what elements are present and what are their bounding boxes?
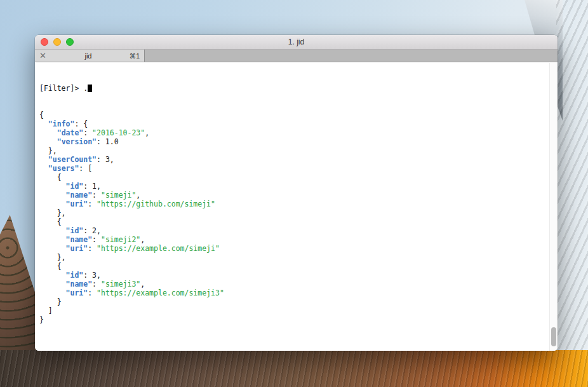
terminal-json-line: ] bbox=[39, 306, 549, 315]
terminal-json-line: { bbox=[39, 217, 549, 226]
window-title: 1. jid bbox=[288, 37, 304, 46]
traffic-lights bbox=[41, 35, 74, 49]
window-titlebar[interactable]: 1. jid bbox=[35, 35, 558, 50]
scrollbar-track[interactable] bbox=[549, 63, 558, 351]
terminal-json-line: }, bbox=[39, 208, 549, 217]
terminal-json-line: "userCount": 3, bbox=[39, 155, 549, 164]
terminal-json: { "info": { "date": "2016-10-23", "versi… bbox=[39, 111, 549, 324]
terminal-json-line: } bbox=[39, 315, 549, 324]
terminal-json-line: } bbox=[39, 297, 549, 306]
terminal-json-line: { bbox=[39, 111, 549, 119]
filter-prompt: [Filter]> bbox=[39, 84, 83, 93]
terminal-json-line: "id": 3, bbox=[39, 271, 549, 280]
terminal-json-line: "uri": "https://example.com/simeji3" bbox=[39, 289, 549, 297]
terminal-json-line: "name": "simeji", bbox=[39, 191, 549, 200]
terminal-json-line: "date": "2016-10-23", bbox=[39, 128, 549, 137]
filter-value: . bbox=[83, 84, 88, 93]
terminal-json-line: "users": [ bbox=[39, 164, 549, 173]
minimize-button[interactable] bbox=[53, 38, 61, 46]
terminal-json-line: { bbox=[39, 173, 549, 182]
tab-close-icon[interactable]: ✕ bbox=[39, 51, 53, 60]
close-button[interactable] bbox=[41, 38, 48, 46]
wallpaper-mountain-right bbox=[556, 0, 588, 387]
terminal-json-line: "info": { bbox=[39, 119, 549, 128]
terminal-window: 1. jid ✕ jid ⌘1 [Filter]> . { "info": { … bbox=[35, 35, 558, 351]
filter-input-line[interactable]: [Filter]> . bbox=[39, 84, 549, 93]
zoom-button[interactable] bbox=[66, 38, 74, 46]
tab-jid[interactable]: ✕ jid ⌘1 bbox=[35, 50, 145, 62]
terminal-json-line: "version": 1.0 bbox=[39, 137, 549, 146]
terminal-json-line: "uri": "https://github.com/simeji" bbox=[39, 200, 549, 208]
terminal-json-line: "id": 2, bbox=[39, 226, 549, 235]
terminal-json-line: }, bbox=[39, 146, 549, 155]
terminal-json-line: "uri": "https://example.com/simeji" bbox=[39, 244, 549, 253]
terminal-content: [Filter]> . { "info": { "date": "2016-10… bbox=[35, 63, 558, 351]
wallpaper-foothill-bottom bbox=[0, 350, 588, 387]
terminal-json-line: "name": "simeji2", bbox=[39, 235, 549, 244]
terminal-json-line: { bbox=[39, 262, 549, 271]
text-cursor bbox=[88, 85, 92, 92]
tab-title: jid bbox=[53, 52, 123, 60]
terminal-json-line: "id": 1, bbox=[39, 182, 549, 191]
terminal-json-line: "name": "simeji3", bbox=[39, 280, 549, 289]
terminal-json-line: }, bbox=[39, 253, 549, 262]
tab-bar: ✕ jid ⌘1 bbox=[35, 50, 558, 62]
tab-shortcut-badge: ⌘1 bbox=[123, 52, 140, 60]
scrollbar-thumb[interactable] bbox=[551, 327, 556, 346]
